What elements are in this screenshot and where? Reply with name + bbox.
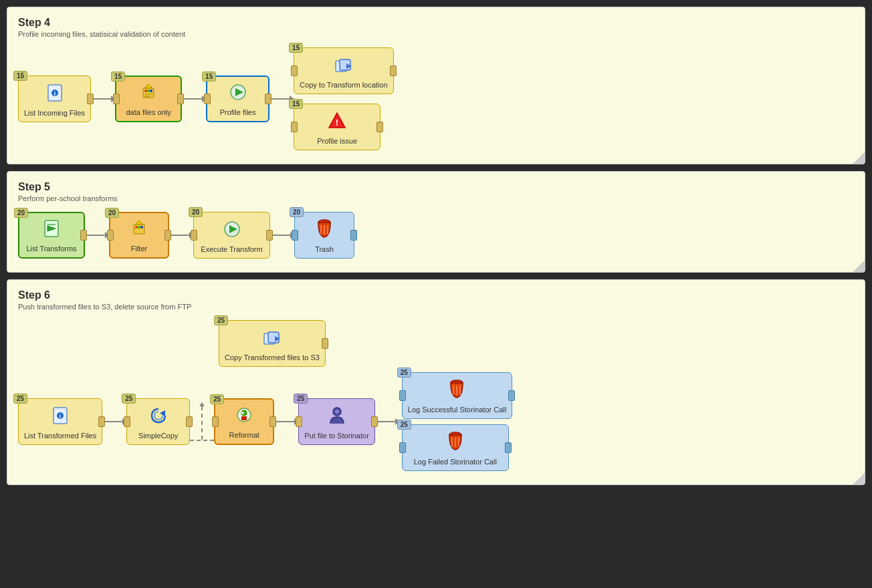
trash-node[interactable]: 20 Trash (294, 212, 354, 259)
step4-panel: Step 4 Profile incoming files, statisica… (7, 7, 865, 164)
log-success-label: Log Successful Storinator Call (408, 406, 506, 414)
profile-files-icon (229, 83, 247, 104)
profile-issue-node[interactable]: 15 ! Profile issue (294, 104, 380, 150)
profile-issue-badge: 15 (289, 99, 303, 109)
conn5-3 (270, 235, 294, 236)
branch-top: 15 Copy to Transform location (294, 47, 393, 94)
log-success-badge: 25 (397, 368, 411, 378)
filter-icon (130, 219, 148, 241)
conn2 (182, 98, 206, 100)
copy-transformed-badge: 25 (214, 315, 228, 325)
reformat-node[interactable]: 25 Reformat (214, 398, 274, 445)
list-transforms-badge: 20 (14, 208, 28, 218)
step4-subtitle: Profile incoming files, statisical valid… (18, 30, 854, 38)
data-files-node[interactable]: 15 data files only (115, 76, 182, 122)
list-incoming-icon: i (45, 84, 64, 105)
svg-text:!: ! (336, 118, 338, 128)
step6-right-branch: 25 Log Successful Storinator Call (402, 372, 512, 471)
trash-badge: 20 (290, 207, 304, 217)
copy-transform-icon (334, 58, 353, 77)
svg-rect-39 (241, 416, 247, 420)
step6-subtitle: Push transformed files to S3, delete sou… (18, 303, 854, 311)
copy-transform-node[interactable]: 15 Copy to Transform location (294, 47, 393, 94)
copy-transform-label: Copy to Transform location (300, 81, 387, 90)
step6-layout: 25 Copy Transformed files to S3 25 i (18, 320, 854, 471)
step4-flow: 15 i List Incoming Files 15 (18, 47, 854, 150)
svg-point-7 (150, 90, 152, 92)
profile-files-label: Profile files (220, 108, 256, 117)
log-failed-node[interactable]: 25 Log Failed Storinator Call (402, 424, 509, 471)
execute-transform-node[interactable]: 20 Execute Transform (193, 212, 270, 259)
step6-title: Step 6 (18, 289, 854, 301)
step5-title: Step 5 (18, 181, 854, 193)
success-row: 25 Log Successful Storinator Call (402, 372, 512, 419)
list-incoming-node[interactable]: 15 i List Incoming Files (18, 76, 91, 122)
step5-panel: Step 5 Perform per-school transforms 20 … (7, 171, 865, 273)
filter-label: Filter (131, 245, 147, 253)
svg-point-22 (135, 226, 138, 229)
filter-node[interactable]: 20 Filter (109, 212, 169, 259)
conn6-3 (274, 421, 298, 422)
conn6-1 (102, 421, 126, 422)
copy-transformed-node[interactable]: 25 Copy Transformed files to S3 (219, 320, 326, 367)
svg-marker-20 (135, 220, 143, 225)
trash-icon (315, 217, 334, 241)
conn5-2 (169, 235, 193, 236)
log-failed-badge: 25 (397, 420, 411, 430)
simple-copy-icon (149, 406, 168, 428)
list-transformed-badge: 25 (13, 394, 27, 404)
svg-text:i: i (53, 90, 56, 97)
list-transforms-label: List Transforms (26, 245, 76, 253)
put-storinator-badge: 25 (294, 394, 308, 404)
log-success-node[interactable]: 25 Log Successful Storinator Call (402, 372, 512, 419)
svg-marker-3 (144, 84, 152, 88)
reformat-icon (235, 406, 253, 427)
reformat-badge: 25 (210, 394, 224, 404)
execute-transform-label: Execute Transform (201, 245, 262, 254)
put-storinator-node[interactable]: 25 Put file to Storinator (298, 398, 375, 445)
simple-copy-label: SimpleCopy (138, 432, 178, 440)
step4-title: Step 4 (18, 17, 854, 29)
step5-flow: 20 List Transforms 20 (18, 212, 854, 259)
execute-transform-badge: 20 (189, 207, 203, 217)
data-files-icon (139, 83, 158, 104)
svg-point-5 (144, 90, 147, 92)
failed-row: 25 Log Failed Storinator Call (402, 424, 512, 471)
profile-files-node[interactable]: 15 Profile files (206, 76, 269, 122)
put-storinator-label: Put file to Storinator (304, 432, 369, 440)
conn6-4 (375, 421, 399, 422)
svg-point-23 (138, 226, 140, 229)
svg-point-24 (140, 226, 143, 229)
log-failed-label: Log Failed Storinator Call (414, 458, 497, 466)
step5-subtitle: Perform per-school transforms (18, 194, 854, 202)
list-incoming-label: List Incoming Files (24, 109, 85, 118)
execute-transform-icon (223, 220, 241, 241)
conn5-1 (85, 235, 109, 236)
list-incoming-badge: 15 (13, 71, 27, 81)
branch-bottom: 15 ! Profile issue (294, 104, 380, 150)
list-transformed-icon: i (51, 406, 70, 428)
trash-label: Trash (315, 245, 334, 254)
reformat-label: Reformat (229, 431, 259, 440)
profile-issue-label: Profile issue (317, 137, 357, 146)
svg-point-6 (147, 90, 150, 92)
step6-top-area: 25 Copy Transformed files to S3 (18, 320, 854, 367)
svg-text:i: i (60, 413, 62, 420)
conn1 (91, 98, 115, 100)
put-storinator-icon (328, 405, 346, 428)
list-transforms-node[interactable]: 20 List Transforms (18, 212, 85, 259)
simple-copy-node[interactable]: 25 SimpleCopy (126, 398, 190, 445)
list-transformed-node[interactable]: 25 i List Transformed Files (18, 398, 102, 445)
data-files-badge: 15 (111, 71, 125, 82)
dashed-branch-connector (190, 402, 214, 441)
filter-badge: 20 (105, 208, 119, 218)
copy-transform-badge: 15 (289, 43, 303, 53)
step6-main-row: 25 i List Transformed Files 25 (18, 372, 854, 471)
svg-point-44 (335, 410, 339, 414)
step6-panel: Step 6 Push transformed files to S3, del… (7, 279, 865, 485)
copy-transformed-icon (263, 331, 282, 349)
copy-transformed-label: Copy Transformed files to S3 (225, 353, 320, 362)
list-transformed-label: List Transformed Files (24, 432, 96, 440)
simple-copy-badge: 25 (122, 394, 136, 404)
profile-files-badge: 15 (202, 71, 216, 82)
